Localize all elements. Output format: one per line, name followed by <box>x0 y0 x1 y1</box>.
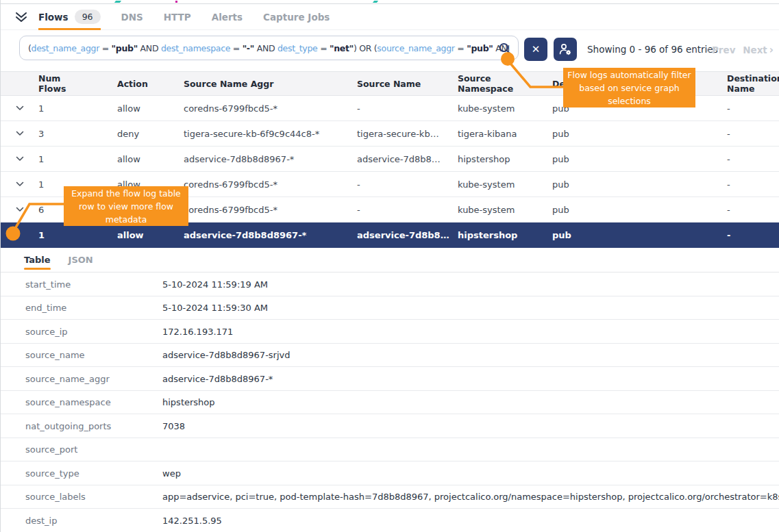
cell-source_name: adservice-7d8b8… <box>357 154 441 164</box>
detail-table: start_time5-10-2024 11:59:19 AMend_time5… <box>1 273 779 532</box>
detail-row: nat_outgoing_ports7038 <box>1 414 779 438</box>
detail-key: start_time <box>25 279 71 289</box>
query-part: dest_namespace <box>161 43 230 53</box>
prev-chevron-icon[interactable]: ‹ <box>706 44 710 56</box>
main-tabs: Flows96DNSHTTPAlertsCapture Jobs <box>38 4 350 29</box>
expand-row-tooltip: Expand the flow log table row to view mo… <box>64 186 188 226</box>
tab-http[interactable]: HTTP <box>164 4 191 29</box>
detail-row: source_ip172.16.193.171 <box>1 320 779 344</box>
expand-chevron-icon[interactable] <box>16 207 24 212</box>
query-part: AND <box>254 43 277 53</box>
detail-value: wep <box>162 468 181 478</box>
detail-key: source_namespace <box>25 397 111 407</box>
flow-row[interactable]: 1allowadservice-7d8b8d8967-*adservice-7d… <box>1 147 779 172</box>
tab-dns[interactable]: DNS <box>121 4 143 29</box>
query-part: "net" <box>330 43 354 53</box>
cell-source_name_aggr: coredns-6799fbcd5-* <box>184 103 277 114</box>
cell-destination_name: - <box>727 129 730 139</box>
detail-value: 5-10-2024 11:59:30 AM <box>162 303 268 313</box>
detail-key: nat_outgoing_ports <box>25 420 111 431</box>
cell-source_namespace: hipstershop <box>458 154 510 164</box>
column-header: Source Namespace <box>458 73 516 94</box>
cell-action: allow <box>117 103 140 114</box>
pagination: ‹Prev Next› <box>706 44 774 56</box>
cell-source_name_aggr: coredns-6799fbcd5-* <box>184 205 277 215</box>
cell-dest_name_aggr: pub <box>552 205 569 215</box>
flow-row[interactable]: 3denytigera-secure-kb-6f9c9c44c8-*tigera… <box>1 121 779 147</box>
user-settings-button[interactable] <box>554 38 577 61</box>
detail-value: adservice-7d8b8d8967-* <box>162 373 273 383</box>
next-button[interactable]: Next <box>743 45 767 55</box>
query-part: source_name_aggr <box>377 43 454 53</box>
detail-row: source_typewep <box>1 461 779 485</box>
detail-key: source_type <box>25 468 79 478</box>
column-header: Source Name <box>357 79 421 89</box>
search-icon[interactable] <box>498 42 512 55</box>
detail-row: source_labelsapp=adservice, pci=true, po… <box>1 485 779 509</box>
cell-destination_name: - <box>727 205 730 215</box>
detail-value: 7038 <box>162 420 185 431</box>
next-chevron-icon[interactable]: › <box>769 44 774 56</box>
tooltip-text: Expand the flow log table row to view mo… <box>68 187 184 226</box>
expand-chevron-icon[interactable] <box>16 156 24 162</box>
cell-action: allow <box>117 154 140 164</box>
flow-row[interactable]: 1allowadservice-7d8b8d8967-*adservice-7d… <box>1 223 779 248</box>
cell-action: deny <box>117 129 139 139</box>
detail-key: end_time <box>25 303 66 313</box>
tab-flows[interactable]: Flows96 <box>38 4 101 29</box>
expand-chevron-icon[interactable] <box>16 105 24 111</box>
graph-fragment <box>175 1 177 3</box>
detail-row: source_port <box>1 438 779 462</box>
cell-num_flows: 6 <box>38 205 44 215</box>
query-part: dest_type <box>277 43 318 53</box>
cell-source_name: - <box>357 179 360 190</box>
graph-filter-tooltip: Flow logs automatically filter based on … <box>563 68 695 107</box>
cell-source_namespace: hipstershop <box>458 230 517 240</box>
cell-num_flows: 1 <box>38 103 44 114</box>
prev-button[interactable]: Prev <box>712 45 736 55</box>
detail-row: start_time5-10-2024 11:59:19 AM <box>1 273 779 296</box>
cell-destination_name: - <box>727 230 730 240</box>
cell-num_flows: 1 <box>38 179 44 190</box>
entries-summary: Showing 0 - 96 of 96 entries <box>587 44 718 55</box>
cell-destination_name: - <box>727 154 730 164</box>
detail-key: source_ip <box>25 326 68 336</box>
expand-chevron-icon[interactable] <box>16 181 24 187</box>
column-header: Action <box>117 79 148 89</box>
cell-source_name_aggr: coredns-6799fbcd5-* <box>184 179 277 190</box>
cell-source_name: adservice-7d8b8… <box>357 230 449 240</box>
cell-source_namespace: kube-system <box>458 179 515 190</box>
cell-source_name: tigera-secure-kb… <box>357 129 439 139</box>
detail-tab-json[interactable]: JSON <box>69 248 93 272</box>
filter-toolbar: (dest_name_aggr = "pub" AND dest_namespa… <box>1 30 779 71</box>
tab-alerts[interactable]: Alerts <box>212 4 243 29</box>
detail-value: 142.251.5.95 <box>162 515 222 525</box>
detail-key: source_name_aggr <box>25 373 110 383</box>
tab-label: HTTP <box>164 12 191 23</box>
cell-source_namespace: tigera-kibana <box>458 129 517 139</box>
cell-num_flows: 1 <box>38 154 44 164</box>
service-graph-edge-strip <box>1 0 779 4</box>
detail-row: source_nameadservice-7d8b8d8967-srjvd <box>1 344 779 368</box>
cell-action: allow <box>117 230 144 240</box>
filter-query-text: (dest_name_aggr = "pub" AND dest_namespa… <box>28 43 510 53</box>
flow-logs-panel: Flows96DNSHTTPAlertsCapture Jobs (dest_n… <box>0 0 779 532</box>
tooltip-text: Flow logs automatically filter based on … <box>567 68 691 107</box>
collapse-panel-icon[interactable] <box>14 12 28 23</box>
cell-dest_name_aggr: pub <box>552 154 569 164</box>
tab-capture-jobs[interactable]: Capture Jobs <box>263 4 330 29</box>
query-part: "pub" <box>112 43 138 53</box>
tab-label: Alerts <box>212 12 243 23</box>
expand-chevron-icon[interactable] <box>16 131 24 136</box>
filter-query-input[interactable]: (dest_name_aggr = "pub" AND dest_namespa… <box>19 36 519 60</box>
detail-tab-table[interactable]: Table <box>24 248 51 272</box>
tab-label: Flows <box>38 12 69 23</box>
detail-key: dest_ip <box>25 515 57 525</box>
detail-row: dest_ip142.251.5.95 <box>1 509 779 532</box>
cell-dest_name_aggr: pub <box>552 179 569 190</box>
clear-filter-button[interactable]: ✕ <box>524 38 547 61</box>
query-part: = <box>230 43 243 53</box>
query-part: ) OR ( <box>354 43 377 53</box>
detail-tabs: TableJSON <box>1 248 779 273</box>
detail-key: source_name <box>25 350 85 360</box>
